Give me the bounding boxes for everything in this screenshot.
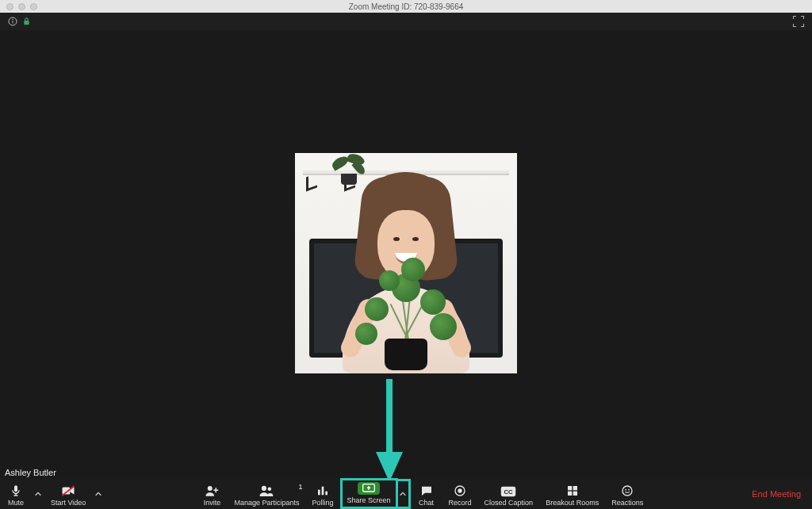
reactions-icon	[621, 484, 634, 497]
breakout-rooms-icon	[566, 484, 579, 497]
svg-marker-21	[366, 486, 370, 490]
end-meeting-button[interactable]: End Meeting	[741, 489, 812, 499]
invite-icon	[205, 484, 219, 497]
encryption-lock-icon[interactable]	[22, 17, 31, 26]
breakout-rooms-button[interactable]: Breakout Rooms	[539, 483, 605, 509]
mute-button[interactable]: Mute	[0, 483, 32, 509]
svg-rect-6	[14, 485, 17, 492]
fullscreen-icon[interactable]	[793, 16, 804, 27]
window-traffic-lights[interactable]	[6, 3, 37, 10]
video-stage: Ashley Butler	[0, 30, 812, 479]
svg-rect-19	[325, 492, 327, 496]
chevron-up-icon	[34, 490, 42, 498]
breakout-rooms-label: Breakout Rooms	[546, 499, 599, 507]
start-video-label: Start Video	[51, 499, 86, 507]
video-options-caret[interactable]	[92, 479, 105, 509]
svg-rect-27	[573, 486, 576, 490]
polling-label: Polling	[312, 499, 333, 507]
reactions-label: Reactions	[611, 499, 643, 507]
chevron-up-icon	[94, 490, 102, 498]
closed-caption-label: Closed Caption	[485, 499, 534, 507]
svg-point-16	[268, 487, 272, 491]
svg-rect-2	[13, 21, 13, 24]
participants-count-badge: 1	[298, 483, 302, 491]
polling-button[interactable]: Polling	[305, 483, 339, 509]
svg-point-30	[622, 486, 632, 496]
start-video-button[interactable]: Start Video	[44, 483, 92, 509]
record-label: Record	[449, 499, 472, 507]
participant-name-label: Ashley Butler	[0, 466, 61, 479]
audio-options-caret[interactable]	[32, 479, 44, 509]
share-screen-icon	[362, 484, 375, 493]
svg-point-15	[262, 486, 266, 491]
share-options-caret[interactable]	[398, 479, 411, 509]
share-screen-button[interactable]: Share Screen	[340, 478, 398, 509]
record-icon	[454, 484, 466, 497]
chat-label: Chat	[419, 499, 434, 507]
manage-participants-button[interactable]: 1 Manage Participants	[228, 483, 305, 509]
svg-rect-17	[318, 490, 320, 496]
participant-video-tile[interactable]	[295, 153, 517, 373]
record-button[interactable]: Record	[442, 483, 478, 509]
video-off-icon	[61, 484, 75, 497]
svg-point-23	[458, 488, 462, 492]
minimize-window-dot[interactable]	[18, 3, 25, 10]
invite-button[interactable]: Invite	[196, 483, 228, 509]
mute-label: Mute	[8, 499, 24, 507]
chevron-up-icon	[399, 490, 407, 498]
close-window-dot[interactable]	[6, 3, 13, 10]
participants-icon	[259, 484, 274, 497]
svg-point-12	[208, 486, 213, 491]
svg-point-31	[625, 489, 626, 491]
closed-caption-icon: CC	[500, 486, 516, 497]
svg-rect-18	[322, 487, 324, 496]
invite-label: Invite	[204, 499, 221, 507]
info-icon[interactable]	[8, 17, 17, 26]
polling-icon	[316, 484, 329, 497]
svg-rect-28	[568, 492, 572, 496]
annotation-arrow-icon	[376, 379, 403, 482]
chat-icon	[420, 484, 433, 497]
chat-button[interactable]: Chat	[411, 483, 442, 509]
microphone-icon	[10, 484, 22, 497]
meeting-toolbar: Mute Start Video Invite 1 Manage Partici…	[0, 479, 812, 509]
svg-rect-29	[573, 492, 576, 496]
share-screen-label: Share Screen	[347, 496, 391, 504]
meeting-topbar	[0, 13, 812, 30]
svg-rect-4	[386, 379, 393, 452]
svg-text:CC: CC	[504, 488, 514, 496]
manage-participants-label: Manage Participants	[234, 499, 299, 507]
mac-titlebar: Zoom Meeting ID: 720-839-9664	[0, 0, 812, 13]
window-title: Zoom Meeting ID: 720-839-9664	[349, 2, 464, 11]
svg-rect-3	[24, 21, 29, 25]
svg-rect-26	[568, 486, 572, 490]
closed-caption-button[interactable]: CC Closed Caption	[478, 484, 540, 509]
svg-point-32	[628, 489, 630, 491]
svg-point-1	[12, 19, 13, 20]
reactions-button[interactable]: Reactions	[605, 483, 649, 509]
zoom-window-dot[interactable]	[30, 3, 37, 10]
end-meeting-label: End Meeting	[752, 489, 801, 499]
